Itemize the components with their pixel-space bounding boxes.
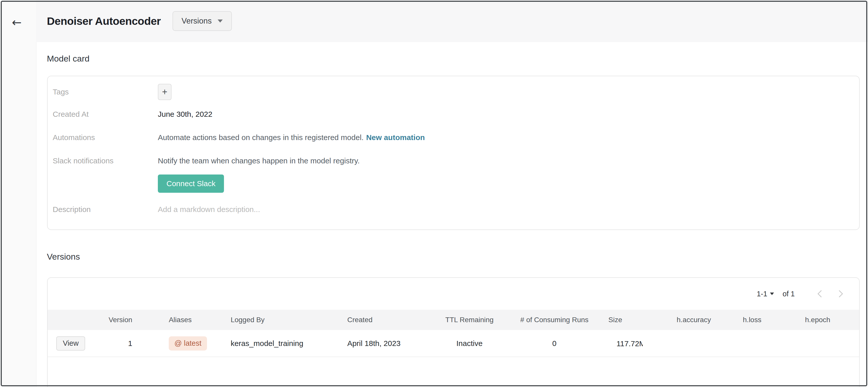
versions-heading: Versions (47, 252, 80, 262)
size-value: 117.72M (616, 340, 643, 348)
slack-notifications-row: Slack notifications Notify the team when… (48, 156, 859, 166)
versions-table-card: 1-1 of 1 Version Aliases (47, 277, 860, 387)
pagination-bar: 1-1 of 1 (48, 278, 859, 310)
column-header-h-epoch: h.epoch (776, 310, 859, 330)
page-header: Denoiser Autoencoder Versions (37, 0, 868, 42)
automations-row: Automations Automate actions based on ch… (48, 132, 859, 142)
add-tag-button[interactable]: + (158, 84, 172, 100)
page-range-dropdown[interactable]: 1-1 (757, 290, 774, 298)
versions-dropdown-button[interactable]: Versions (173, 11, 232, 31)
latest-alias-badge: @ latest (169, 336, 207, 351)
column-header-h-loss: h.loss (728, 310, 776, 330)
versions-dropdown-label: Versions (182, 17, 212, 26)
created-at-label: Created At (53, 110, 158, 119)
model-card: Tags + Created At June 30th, 2022 Automa… (47, 76, 860, 230)
column-header-h-accuracy: h.accuracy (659, 310, 728, 330)
column-header-aliases: Aliases (136, 310, 228, 330)
aliases-cell: @ latest (136, 330, 228, 357)
page-title: Denoiser Autoencoder (47, 15, 161, 27)
size-cell: 117.72M (606, 330, 659, 357)
next-page-button[interactable] (835, 289, 845, 299)
connect-slack-button[interactable]: Connect Slack (158, 174, 224, 193)
back-arrow-icon: ← (12, 17, 22, 28)
h-loss-cell (728, 330, 776, 357)
page-count-label: of 1 (783, 290, 795, 298)
slack-notifications-label: Slack notifications (53, 157, 158, 165)
chevron-right-icon (836, 290, 843, 297)
description-placeholder[interactable]: Add a markdown description... (158, 205, 260, 214)
previous-page-button[interactable] (815, 289, 825, 299)
h-epoch-cell (776, 330, 859, 357)
automations-label: Automations (53, 133, 158, 142)
column-header-ttl-remaining: TTL Remaining (437, 310, 502, 330)
logged-by-cell[interactable]: keras_model_training (228, 330, 343, 357)
created-at-value: June 30th, 2022 (158, 110, 212, 119)
table-row: View 1 @ latest keras_model_training Apr… (48, 330, 859, 357)
created-cell: April 18th, 2023 (343, 330, 437, 357)
model-card-heading: Model card (47, 54, 89, 64)
tags-label: Tags (53, 88, 158, 96)
new-automation-link[interactable]: New automation (366, 133, 425, 142)
slack-description: Notify the team when changes happen in t… (158, 157, 360, 165)
page-range-label: 1-1 (757, 290, 767, 298)
description-label: Description (53, 205, 158, 214)
column-header-logged-by: Logged By (228, 310, 343, 330)
column-header-created: Created (343, 310, 437, 330)
version-cell: 1 (86, 330, 136, 357)
sidebar: ← (0, 0, 36, 387)
description-row: Description Add a markdown description..… (48, 204, 859, 215)
column-header-consuming-runs: # of Consuming Runs (502, 310, 606, 330)
view-version-button[interactable]: View (56, 336, 85, 351)
connect-slack-row: Connect Slack (48, 174, 859, 193)
column-header-view (48, 310, 86, 330)
column-header-size: Size (606, 310, 659, 330)
chevron-down-icon (218, 20, 223, 23)
ttl-remaining-cell: Inactive (437, 330, 502, 357)
h-accuracy-cell (659, 330, 728, 357)
column-header-version: Version (86, 310, 136, 330)
created-at-row: Created At June 30th, 2022 (48, 109, 859, 119)
table-header-row: Version Aliases Logged By Created TTL Re… (48, 310, 859, 330)
chevron-left-icon (817, 290, 825, 297)
back-button[interactable]: ← (9, 15, 24, 30)
automations-description: Automate actions based on changes in thi… (158, 133, 364, 142)
app-window: ← Denoiser Autoencoder Versions Model ca… (0, 0, 868, 387)
chevron-down-icon (770, 293, 774, 295)
tags-row: Tags + (48, 84, 859, 100)
consuming-runs-cell: 0 (502, 330, 606, 357)
versions-table: Version Aliases Logged By Created TTL Re… (48, 310, 859, 357)
